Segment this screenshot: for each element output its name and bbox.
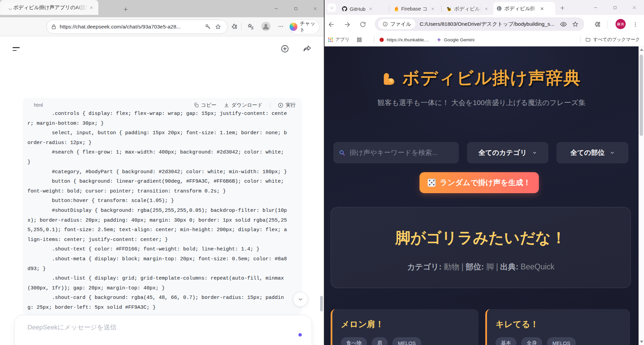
forward-icon[interactable] [341,19,352,30]
favorites-bar-icon[interactable] [246,22,255,31]
code-line: .shout-list { display: grid; grid-templa… [27,274,297,284]
shout-display: 脚がゴリラみたいだな！ カテゴリ: 動物 | 部位: 脚 | 出典: BeeQu… [331,207,631,288]
apps-grid-icon [328,37,333,42]
message-input[interactable] [27,323,266,331]
tab-close-icon[interactable] [539,5,545,12]
extensions-puzzle-icon[interactable] [592,19,602,29]
bookmark-star-icon[interactable] [569,21,581,27]
tab-close-icon[interactable] [483,6,489,12]
scrollbar-down-arrow[interactable] [640,341,643,343]
bookmark-thunkable[interactable]: https://x.thunkable.... [379,37,429,42]
address-path-text: C:/Users/81803/OneDrive/デスクトップ/bodybuild… [419,21,557,28]
thunkable-icon [379,37,384,42]
shout-card-title: キレてる！ [495,319,622,330]
edge-new-tab-button[interactable] [121,5,130,13]
chat-scrollbar-thumb[interactable] [320,296,323,311]
search-input[interactable] [349,148,453,157]
bookmark-gemini[interactable]: Google Gemini [436,37,474,42]
sidebar-toggle-icon[interactable] [13,47,20,51]
shout-search-box[interactable] [333,142,459,163]
folder-icon [585,37,591,42]
copilot-label: チャット [300,20,319,33]
code-language-label: html [34,102,43,108]
toolbar-divider [607,20,607,28]
reload-icon[interactable] [357,19,368,30]
chrome-window: GitHub Firebase コ ボディビル掛 [325,0,644,345]
desktop: ボディビル掛け声アプリのAI活用アイデア [0,0,644,345]
chrome-new-tab-button[interactable] [558,3,567,12]
deepseek-page: html コピー ダウンロード 実行 [0,36,324,345]
chrome-address-bar[interactable]: ファイル C:/Users/81803/OneDrive/デスクトップ/body… [375,17,584,31]
bookmarks-bar: アプリ https://x.thunkable.... Google Gemin… [325,33,644,46]
code-line: button { background: linear-gradient(90d… [27,177,297,187]
code-body: .controls { display: flex; flex-wrap: wr… [27,109,297,312]
globe-favicon-icon [496,5,502,12]
code-line: #shoutDisplay { background: rgba(255,255… [27,206,297,216]
chrome-close-button[interactable] [626,1,642,14]
bodypart-select[interactable]: 全ての部位 [557,142,628,163]
edge-close-button[interactable] [307,2,323,15]
code-line: g: 25px; border-left: 5px solid #FF9A3C;… [27,303,297,313]
scrollbar-up-arrow[interactable] [640,48,643,51]
github-icon [341,6,348,12]
scroll-to-bottom-button[interactable] [293,292,308,307]
tab-firebase[interactable]: Firebase コ [391,3,439,15]
notification-dot [298,333,302,337]
chrome-maximize-button[interactable] [607,1,623,14]
tab-github[interactable]: GitHub [339,3,387,15]
password-key-icon[interactable] [203,24,213,30]
preview-eye-icon[interactable] [557,21,569,28]
tab-close-icon[interactable] [368,6,374,12]
bookmark-apps[interactable]: アプリ [328,37,349,43]
share-icon[interactable] [303,44,312,54]
chrome-tab-search-button[interactable] [327,3,336,12]
tab-bee-page[interactable]: ボディビル掛 [443,3,492,15]
lock-icon [51,24,57,30]
code-line: select, input, button { padding: 15px 20… [27,128,297,138]
firebase-icon [394,6,399,12]
run-code-button[interactable]: 実行 [278,102,296,108]
code-line: d93; } [27,264,297,274]
code-line: r; margin-bottom: 30px; } [27,119,297,129]
chrome-menu-icon[interactable] [630,19,640,29]
edge-profile-avatar[interactable] [260,21,271,32]
code-line: .shout-meta { display: block; margin-top… [27,255,297,264]
favorite-star-icon[interactable] [213,24,223,30]
tab-close-icon[interactable] [430,6,436,12]
avatar-label: 麻央 [617,22,624,27]
copilot-chat-button[interactable]: チャット [290,19,319,34]
muscle-icon [382,71,397,87]
code-line: #search { flex-grow: 1; max-width: 400px… [27,148,297,158]
download-code-button[interactable]: ダウンロード [224,102,262,108]
reading-list-grid-icon[interactable] [357,37,362,42]
edge-menu-icon[interactable] [276,22,286,31]
chrome-profile-avatar[interactable]: 麻央 [616,19,626,29]
new-chat-icon[interactable] [280,44,290,54]
copy-code-button[interactable]: コピー [194,102,217,108]
page-subtitle: 観客も選手も一体に！ 大会を100倍盛り上げる魔法のフレーズ集 [325,98,639,107]
code-line: order-radius: 12px; } [27,138,297,148]
page-scrollbar[interactable] [639,46,644,345]
code-line: font-weight: bold; cursor: pointer; tran… [27,187,297,197]
edge-address-bar[interactable]: https://chat.deepseek.com/a/chat/s/93a70… [46,20,228,34]
extensions-icon[interactable] [229,22,239,31]
back-icon[interactable] [326,19,337,30]
code-line: lign-items: center; justify-content: cen… [27,235,297,245]
random-shout-button[interactable]: ランダムで掛け声を生成！ [419,172,539,193]
search-icon [339,149,346,157]
shout-card: メロン肩！ 食べ物 肩 MELOS [331,309,479,345]
tab-active-dictionary[interactable]: ボディビル掛 [493,2,555,15]
edge-minimize-button[interactable] [268,2,284,15]
category-select[interactable]: 全てのカテゴリ [467,142,548,163]
edge-tab-close-icon[interactable] [87,4,95,11]
tag: MELOS [547,337,576,345]
chrome-minimize-button[interactable] [588,1,603,14]
scrollbar-thumb[interactable] [640,55,643,136]
file-scheme-chip[interactable]: ファイル [378,19,415,29]
edge-window: ボディビル掛け声アプリのAI活用アイデア [0,0,324,345]
edge-tab-title: ボディビル掛け声アプリのAI活用アイデア [13,4,87,11]
edge-maximize-button[interactable] [288,2,304,15]
code-line: .controls { display: flex; flex-wrap: wr… [27,109,297,119]
all-bookmarks-button[interactable]: すべてのブックマーク [585,37,640,43]
shout-card: キレてる！ 基本 全身 MELOS [485,309,630,345]
